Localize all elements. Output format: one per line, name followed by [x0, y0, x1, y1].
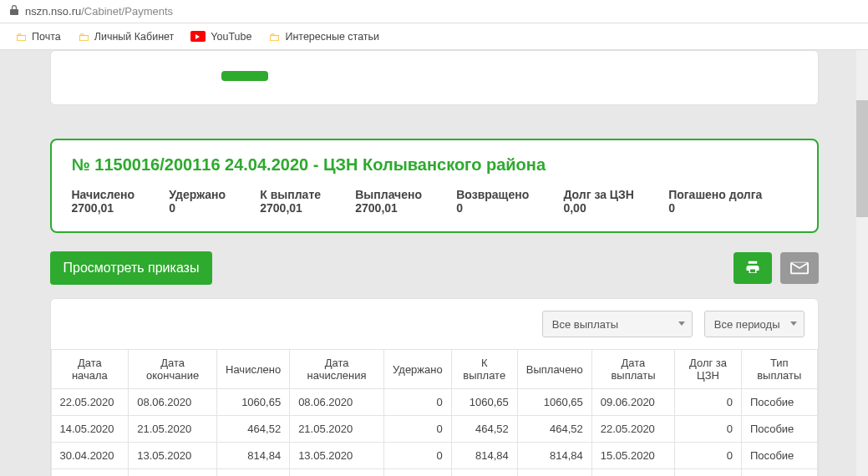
- table-row: 22.05.202008.06.20201060,6508.06.2020010…: [51, 389, 817, 416]
- bookmark-mail[interactable]: 🗀 Почта: [15, 30, 61, 43]
- table-row: 30.04.202013.05.2020814,8413.05.20200814…: [51, 443, 817, 469]
- table-cell: 464,52: [217, 416, 290, 443]
- table-cell: 814,84: [517, 443, 591, 469]
- partial-button[interactable]: [221, 71, 268, 81]
- col-debt: Долг за ЦЗН: [675, 350, 742, 389]
- summary-value: 0: [169, 201, 260, 215]
- envelope-icon: [790, 261, 809, 275]
- table-cell: 0: [384, 469, 452, 477]
- table-cell: 0: [675, 389, 742, 416]
- table-cell: 0: [675, 416, 742, 443]
- col-paid: Выплачено: [517, 350, 591, 389]
- summary-title: № 1150016/200116 24.04.2020 - ЦЗН Колыва…: [72, 155, 797, 175]
- table-cell: 814,84: [217, 443, 290, 469]
- youtube-icon: [190, 31, 206, 42]
- col-start-date: Дата начала: [51, 350, 129, 389]
- table-cell: 08.06.2020: [129, 389, 217, 416]
- table-row: 14.05.202021.05.2020464,5221.05.20200464…: [51, 416, 817, 443]
- bookmarks-bar: 🗀 Почта 🗀 Личный Кабинет YouTube 🗀 Интер…: [0, 23, 868, 50]
- url-text: nszn.nso.ru/Cabinet/Payments: [25, 5, 173, 18]
- summary-value: 0,00: [563, 201, 668, 215]
- table-cell: Пособие: [741, 389, 817, 416]
- table-cell: 08.06.2020: [290, 389, 384, 416]
- scrollbar-thumb[interactable]: [856, 100, 868, 217]
- table-cell: Пособие: [741, 443, 817, 469]
- page-content: № 1150016/200116 24.04.2020 - ЦЗН Колыва…: [0, 50, 868, 476]
- table-cell: 1060,65: [517, 389, 591, 416]
- table-cell: 14.05.2020: [51, 416, 129, 443]
- table-cell: 24.04.2020: [51, 469, 129, 477]
- col-topay: К выплате: [451, 350, 517, 389]
- table-cell: 21.05.2020: [129, 416, 217, 443]
- folder-icon: 🗀: [15, 30, 27, 43]
- summary-value: 2700,01: [72, 201, 170, 215]
- table-row: 24.04.202029.04.2020360,0029.04.20200360…: [51, 469, 817, 477]
- table-cell: 1060,65: [451, 389, 517, 416]
- bookmark-youtube[interactable]: YouTube: [190, 31, 251, 43]
- summary-label: Выплачено: [355, 188, 456, 201]
- address-bar[interactable]: nszn.nso.ru/Cabinet/Payments: [0, 0, 868, 23]
- summary-row: Начислено 2700,01 Удержано 0 К выплате 2…: [72, 188, 797, 215]
- col-type: Тип выплаты: [741, 350, 817, 389]
- table-cell: 1060,65: [217, 389, 290, 416]
- view-orders-button[interactable]: Просмотреть приказы: [50, 251, 213, 285]
- previous-card-partial: [50, 50, 819, 105]
- table-cell: 13.05.2020: [290, 443, 384, 469]
- summary-label: Начислено: [72, 188, 170, 201]
- table-cell: 15.05.2020: [591, 443, 674, 469]
- summary-value: 0: [456, 201, 563, 215]
- table-cell: 13.05.2020: [129, 443, 217, 469]
- col-pay-date: Дата выплаты: [591, 350, 674, 389]
- summary-value: 2700,01: [355, 201, 456, 215]
- email-button[interactable]: [780, 252, 819, 284]
- bookmark-label: Интересные статьи: [285, 31, 379, 43]
- summary-col-withheld: Удержано 0: [169, 188, 260, 215]
- table-cell: 0: [384, 389, 452, 416]
- print-button[interactable]: [733, 252, 772, 284]
- summary-card: № 1150016/200116 24.04.2020 - ЦЗН Колыва…: [50, 139, 819, 233]
- col-withheld: Удержано: [384, 350, 452, 389]
- dropdown-label: Все выплаты: [552, 318, 618, 331]
- table-header-row: Дата начала Дата окончание Начислено Дат…: [51, 350, 817, 389]
- folder-icon: 🗀: [78, 30, 89, 43]
- table-cell: 464,52: [517, 416, 591, 443]
- summary-label: Удержано: [169, 188, 260, 201]
- summary-col-accrued: Начислено 2700,01: [72, 188, 170, 215]
- filter-periods-dropdown[interactable]: Все периоды: [704, 311, 805, 337]
- table-cell: 464,52: [451, 416, 517, 443]
- vertical-scrollbar[interactable]: [856, 50, 868, 476]
- bookmark-label: Личный Кабинет: [94, 31, 175, 43]
- table-cell: Пособие: [741, 416, 817, 443]
- table-cell: 22.05.2020: [591, 416, 674, 443]
- table-cell: 30.04.2020: [51, 443, 129, 469]
- table-cell: 360,00: [517, 469, 591, 477]
- lock-icon: [10, 5, 18, 18]
- summary-value: 2700,01: [260, 201, 355, 215]
- bookmark-label: Почта: [32, 31, 61, 43]
- dropdown-label: Все периоды: [714, 318, 780, 331]
- table-cell: 360,00: [451, 469, 517, 477]
- filter-payments-dropdown[interactable]: Все выплаты: [542, 311, 693, 337]
- bookmark-articles[interactable]: 🗀 Интересные статьи: [268, 30, 379, 43]
- chevron-down-icon: [790, 322, 797, 326]
- summary-col-debt: Долг за ЦЗН 0,00: [563, 188, 668, 215]
- payments-card: Все выплаты Все периоды Дата начала Дата…: [50, 298, 819, 476]
- table-cell: 814,84: [451, 443, 517, 469]
- summary-col-paid: Выплачено 2700,01: [355, 188, 456, 215]
- payments-table: Дата начала Дата окончание Начислено Дат…: [51, 349, 818, 476]
- table-cell: 29.04.2020: [290, 469, 384, 477]
- table-cell: 22.05.2020: [51, 389, 129, 416]
- table-cell: 0: [384, 416, 452, 443]
- table-cell: Пособие: [741, 469, 817, 477]
- bookmark-cabinet[interactable]: 🗀 Личный Кабинет: [78, 30, 175, 43]
- table-cell: 0: [675, 443, 742, 469]
- summary-label: Погашено долга: [668, 188, 796, 201]
- table-cell: 29.04.2020: [129, 469, 217, 477]
- table-cell: 360,00: [217, 469, 290, 477]
- table-cell: 0: [675, 469, 742, 477]
- table-cell: 30.04.2020: [591, 469, 674, 477]
- printer-icon: [744, 261, 761, 276]
- col-end-date: Дата окончание: [129, 350, 217, 389]
- actions-row: Просмотреть приказы: [50, 251, 819, 285]
- filter-row: Все выплаты Все периоды: [51, 299, 818, 349]
